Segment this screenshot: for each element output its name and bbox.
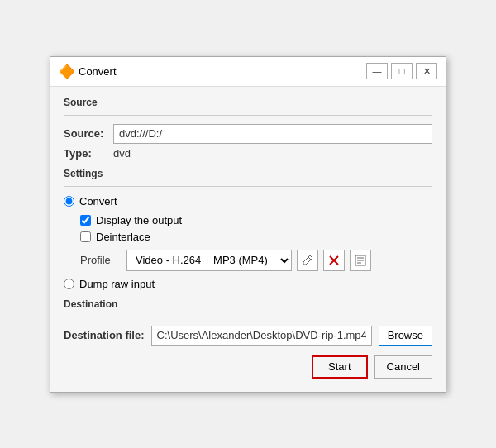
- destination-section: Destination Destination file: Browse Sta…: [64, 298, 432, 382]
- type-label: Type:: [64, 147, 113, 160]
- start-button[interactable]: Start: [312, 355, 367, 379]
- destination-section-label: Destination: [64, 298, 432, 310]
- profile-label: Profile: [80, 254, 122, 266]
- deinterlace-row: Deinterlace: [80, 231, 432, 243]
- title-bar: 🔶 Convert — □ ✕: [50, 57, 446, 87]
- source-label: Source:: [64, 127, 113, 140]
- convert-radio-label[interactable]: Convert: [79, 195, 117, 207]
- type-field-row: Type: dvd: [64, 147, 432, 160]
- profile-edit-button[interactable]: [297, 250, 318, 271]
- display-output-label[interactable]: Display the output: [96, 214, 182, 226]
- window-title: Convert: [79, 65, 117, 78]
- browse-button[interactable]: Browse: [379, 326, 432, 346]
- title-bar-left: 🔶 Convert: [59, 64, 117, 79]
- source-divider: [64, 115, 432, 116]
- dump-raw-row: Dump raw input: [64, 278, 432, 290]
- cancel-button[interactable]: Cancel: [374, 355, 432, 379]
- dest-file-label: Destination file:: [64, 329, 145, 341]
- new-profile-icon: [355, 255, 366, 266]
- destination-divider: [64, 317, 432, 317]
- deinterlace-checkbox[interactable]: [80, 231, 91, 242]
- convert-window: 🔶 Convert — □ ✕ Source Source: Type: dvd…: [50, 56, 446, 393]
- profile-row: Profile Video - H.264 + MP3 (MP4) Video …: [80, 250, 432, 271]
- deinterlace-label[interactable]: Deinterlace: [96, 231, 150, 243]
- profile-select[interactable]: Video - H.264 + MP3 (MP4) Video - H.265 …: [126, 250, 292, 271]
- convert-radio[interactable]: [64, 196, 74, 207]
- close-button[interactable]: ✕: [416, 63, 437, 79]
- wrench-icon: [302, 255, 313, 266]
- display-output-row: Display the output: [80, 214, 432, 226]
- profile-delete-button[interactable]: [323, 250, 345, 271]
- source-field-row: Source:: [64, 124, 432, 144]
- display-output-checkbox[interactable]: [80, 215, 91, 226]
- destination-file-input[interactable]: [151, 326, 372, 346]
- settings-section-label: Settings: [64, 168, 432, 179]
- title-controls: — □ ✕: [366, 63, 437, 79]
- profile-new-button[interactable]: [350, 250, 371, 271]
- source-input[interactable]: [113, 124, 432, 144]
- minimize-button[interactable]: —: [366, 63, 388, 79]
- maximize-button[interactable]: □: [391, 63, 413, 79]
- settings-divider: [64, 186, 432, 187]
- dump-raw-radio[interactable]: [64, 279, 74, 289]
- delete-icon: [328, 255, 340, 266]
- dump-raw-label[interactable]: Dump raw input: [79, 278, 155, 290]
- settings-section: Settings Convert Display the output Dein…: [64, 168, 432, 290]
- source-section: Source Source: Type: dvd: [64, 97, 432, 160]
- bottom-buttons: Start Cancel: [64, 355, 432, 382]
- source-section-label: Source: [64, 97, 432, 108]
- window-content: Source Source: Type: dvd Settings Conver…: [50, 87, 446, 392]
- svg-line-0: [308, 257, 311, 260]
- type-value: dvd: [113, 147, 131, 160]
- destination-file-row: Destination file: Browse: [64, 326, 432, 346]
- convert-radio-row: Convert: [64, 195, 432, 207]
- vlc-icon: 🔶: [59, 64, 74, 79]
- start-button-label: Start: [328, 360, 351, 373]
